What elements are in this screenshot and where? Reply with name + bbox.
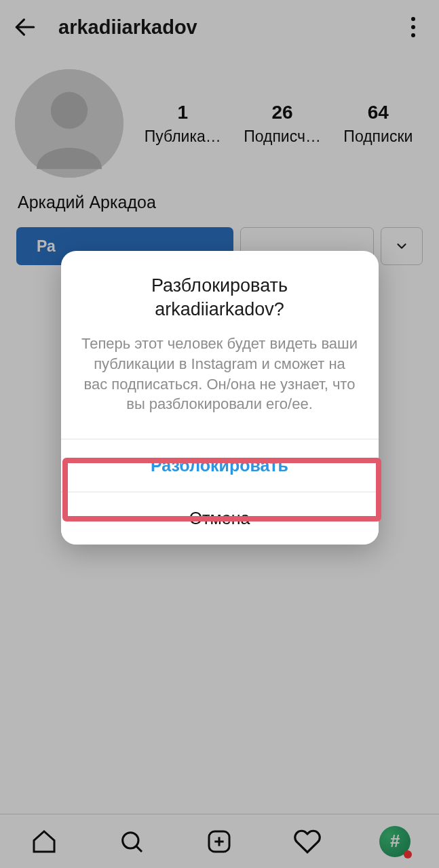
dialog-actions: Разблокировать Отмена: [61, 439, 379, 545]
dialog-unblock-button[interactable]: Разблокировать: [61, 439, 379, 492]
app-screen: arkadiiarkadov 1 Публика… 26 Подписч… 64: [0, 0, 439, 868]
dialog-cancel-button[interactable]: Отмена: [61, 492, 379, 545]
dialog-body: Теперь этот человек будет видеть ваши пу…: [61, 324, 379, 439]
dialog-title: Разблокировать arkadiiarkadov?: [61, 251, 379, 324]
unblock-dialog: Разблокировать arkadiiarkadov? Теперь эт…: [61, 251, 379, 545]
